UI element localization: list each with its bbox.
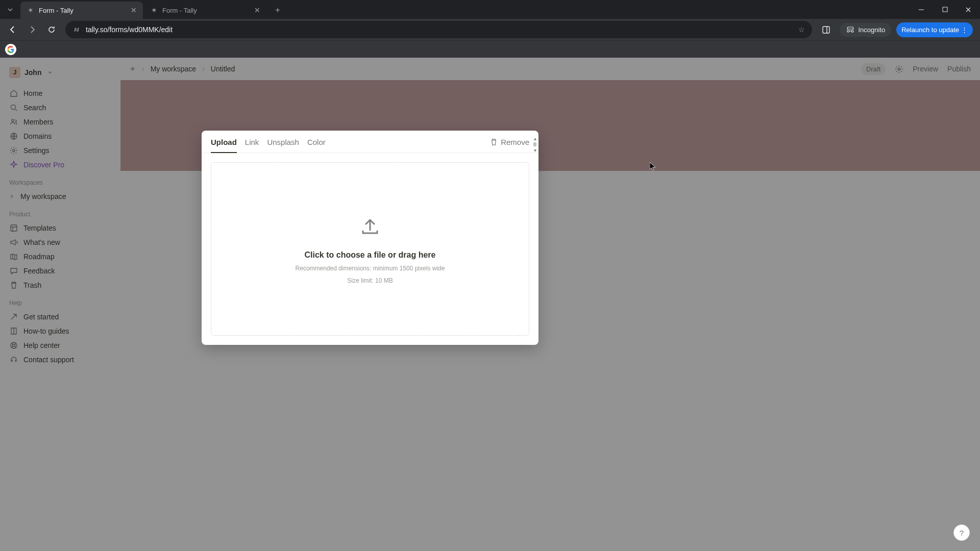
- browser-tab-inactive[interactable]: ✶ Form - Tally ✕: [144, 2, 266, 19]
- upload-icon: [358, 214, 382, 238]
- modal-scrollbar[interactable]: ▴ ▾: [532, 136, 537, 153]
- bookmarks-bar: [0, 40, 980, 58]
- google-shortcut-icon[interactable]: [5, 44, 16, 55]
- modal-tabs: Upload Link Unsplash Color Remove: [202, 131, 538, 153]
- tab-link[interactable]: Link: [245, 138, 259, 153]
- window-close-button[interactable]: [957, 0, 980, 19]
- incognito-badge[interactable]: Incognito: [840, 23, 891, 37]
- tab-unsplash[interactable]: Unsplash: [267, 138, 299, 153]
- maximize-button[interactable]: [933, 0, 957, 19]
- side-panel-icon[interactable]: [817, 21, 835, 38]
- address-bar[interactable]: tally.so/forms/wd0MMK/edit ☆: [65, 21, 812, 38]
- tab-favicon-icon: ✶: [150, 6, 158, 14]
- modal-body: Click to choose a file or drag here Reco…: [202, 153, 538, 345]
- dropzone-title: Click to choose a file or drag here: [305, 251, 436, 260]
- browser-toolbar: tally.so/forms/wd0MMK/edit ☆ Incognito R…: [0, 19, 980, 40]
- question-icon: ?: [960, 529, 964, 537]
- cover-image-modal: Upload Link Unsplash Color Remove ▴ ▾ Cl…: [202, 131, 538, 345]
- incognito-label: Incognito: [858, 26, 885, 34]
- tab-upload[interactable]: Upload: [211, 138, 237, 153]
- reload-button[interactable]: [43, 21, 60, 38]
- scroll-thumb[interactable]: [533, 142, 536, 146]
- close-icon[interactable]: ✕: [254, 6, 260, 14]
- relaunch-label: Relaunch to update: [901, 26, 959, 34]
- close-icon[interactable]: ✕: [131, 6, 137, 14]
- browser-tabstrip: ✶ Form - Tally ✕ ✶ Form - Tally ✕ +: [0, 0, 980, 19]
- incognito-icon: [846, 26, 855, 33]
- tab-favicon-icon: ✶: [27, 6, 35, 14]
- remove-label: Remove: [501, 138, 529, 146]
- help-fab-button[interactable]: ?: [953, 524, 970, 541]
- dropzone-hint-sizelimit: Size limit: 10 MB: [347, 277, 393, 284]
- svg-rect-1: [943, 7, 947, 12]
- mouse-cursor-icon: [650, 162, 656, 171]
- trash-icon: [490, 138, 498, 146]
- window-controls: [910, 0, 980, 19]
- forward-button[interactable]: [23, 21, 41, 38]
- new-tab-button[interactable]: +: [271, 3, 285, 17]
- dropzone-hint-dimensions: Recommended dimensions: minimum 1500 pix…: [296, 265, 445, 272]
- file-dropzone[interactable]: Click to choose a file or drag here Reco…: [211, 162, 529, 336]
- browser-tab-active[interactable]: ✶ Form - Tally ✕: [20, 2, 143, 19]
- minimize-button[interactable]: [910, 0, 933, 19]
- scroll-up-icon: ▴: [534, 136, 536, 141]
- scroll-down-icon: ▾: [534, 147, 536, 153]
- svg-rect-2: [823, 27, 829, 33]
- site-info-icon[interactable]: [72, 26, 81, 34]
- tab-color[interactable]: Color: [307, 138, 326, 153]
- tab-search-button[interactable]: [0, 0, 20, 19]
- tab-title: Form - Tally: [39, 7, 74, 14]
- back-button[interactable]: [4, 21, 21, 38]
- menu-dots-icon: ⋮: [961, 26, 968, 34]
- remove-cover-button[interactable]: Remove: [490, 138, 529, 153]
- tab-title: Form - Tally: [162, 7, 197, 14]
- relaunch-button[interactable]: Relaunch to update ⋮: [896, 22, 973, 37]
- url-text: tally.so/forms/wd0MMK/edit: [86, 26, 173, 34]
- bookmark-star-icon[interactable]: ☆: [798, 26, 805, 34]
